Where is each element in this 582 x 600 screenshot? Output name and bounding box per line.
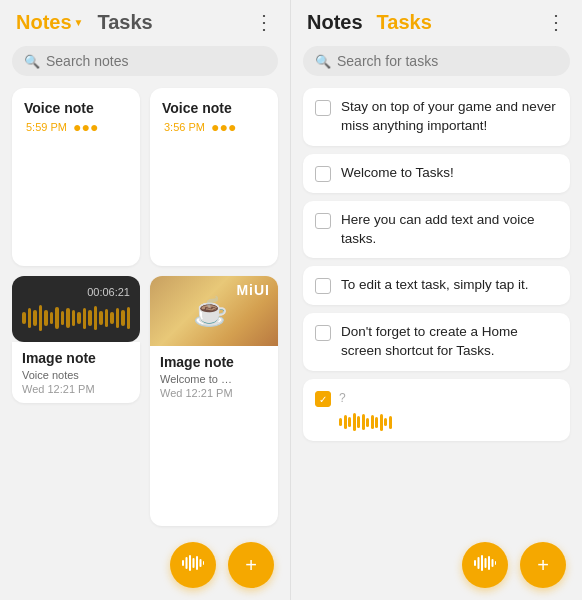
voice-note-1[interactable]: Voice note 5:59 PM ●●● xyxy=(12,88,140,266)
notes-voice-fab[interactable] xyxy=(170,542,216,588)
image-note-1-title: Image note xyxy=(22,350,130,366)
tasks-voice-fab-icon xyxy=(474,554,496,577)
image-note-thumbnail: ☕ MiUI xyxy=(150,276,278,346)
notes-title[interactable]: Notes xyxy=(16,11,72,34)
voice-note-2-time: 3:56 PM xyxy=(164,121,205,133)
audio-timer: 00:06:21 xyxy=(22,286,130,298)
image-note-2-body: Image note Welcome to … Wed 12:21 PM xyxy=(150,346,278,407)
search-icon: 🔍 xyxy=(24,54,40,69)
voice-note-1-title: Voice note xyxy=(24,100,128,116)
svg-rect-11 xyxy=(488,556,490,570)
svg-rect-0 xyxy=(182,560,184,566)
tasks-list: Stay on top of your game and never miss … xyxy=(291,84,582,530)
svg-rect-8 xyxy=(478,557,480,569)
tasks-fab-area: + xyxy=(291,530,582,600)
miui-label: MiUI xyxy=(236,282,270,298)
notes-panel: Notes ▼ Tasks ⋮ 🔍 Voice note 5:59 PM ●●●… xyxy=(0,0,291,600)
image-note-1-time: Wed 12:21 PM xyxy=(22,383,130,395)
task-item-1[interactable]: Stay on top of your game and never miss … xyxy=(303,88,570,146)
tasks-panel: Notes Tasks ⋮ 🔍 Stay on top of your game… xyxy=(291,0,582,600)
task-5-text: Don't forget to create a Home screen sho… xyxy=(341,323,558,361)
image-note-card[interactable]: ☕ MiUI Image note Welcome to … Wed 12:21… xyxy=(150,276,278,526)
svg-rect-6 xyxy=(203,561,204,565)
tasks-notes-title[interactable]: Notes xyxy=(307,11,363,34)
tasks-header: Notes Tasks ⋮ xyxy=(291,0,582,42)
image-note-2-subtitle: Welcome to … xyxy=(160,373,268,385)
svg-rect-4 xyxy=(196,556,198,570)
voice-note-1-dot: ●●● xyxy=(73,119,98,135)
tasks-search-bar: 🔍 xyxy=(303,46,570,76)
voice-note-1-time-row: 5:59 PM ●●● xyxy=(24,119,128,135)
svg-rect-2 xyxy=(189,555,191,571)
notes-search-input[interactable] xyxy=(46,53,266,69)
notes-header: Notes ▼ Tasks ⋮ xyxy=(0,0,290,42)
image-note-2-title: Image note xyxy=(160,354,268,370)
notes-fab-area: + xyxy=(0,530,290,600)
svg-rect-13 xyxy=(495,561,496,565)
voice-note-2-time-row: 3:56 PM ●●● xyxy=(162,119,266,135)
tasks-tab[interactable]: Tasks xyxy=(377,11,432,34)
voice-note-2-dot: ●●● xyxy=(211,119,236,135)
task-item-4[interactable]: To edit a text task, simply tap it. xyxy=(303,266,570,305)
image-note-1-subtitle: Voice notes xyxy=(22,369,130,381)
svg-rect-3 xyxy=(193,558,195,568)
voice-note-2-title: Voice note xyxy=(162,100,266,116)
notes-tasks-tab[interactable]: Tasks xyxy=(97,11,152,34)
notes-menu-icon[interactable]: ⋮ xyxy=(254,10,274,34)
svg-rect-5 xyxy=(200,559,202,567)
svg-rect-10 xyxy=(485,558,487,568)
image-note-2-time: Wed 12:21 PM xyxy=(160,387,268,399)
task-item-3[interactable]: Here you can add text and voice tasks. xyxy=(303,201,570,259)
tasks-search-input[interactable] xyxy=(337,53,558,69)
task-1-checkbox[interactable] xyxy=(315,100,331,116)
tasks-add-fab[interactable]: + xyxy=(520,542,566,588)
coffee-icon: ☕ xyxy=(193,295,228,328)
task-3-checkbox[interactable] xyxy=(315,213,331,229)
svg-rect-7 xyxy=(474,560,476,566)
notes-voice-fab-icon xyxy=(182,554,204,577)
task-item-completed[interactable]: ✓ ? xyxy=(303,379,570,441)
voice-note-2[interactable]: Voice note 3:56 PM ●●● xyxy=(150,88,278,266)
svg-rect-9 xyxy=(481,555,483,571)
notes-search-bar: 🔍 xyxy=(12,46,278,76)
voice-note-1-time: 5:59 PM xyxy=(26,121,67,133)
tasks-search-icon: 🔍 xyxy=(315,54,331,69)
task-1-text: Stay on top of your game and never miss … xyxy=(341,98,558,136)
task-completed-checkbox[interactable]: ✓ xyxy=(315,391,331,407)
notes-add-fab[interactable]: + xyxy=(228,542,274,588)
task-2-text: Welcome to Tasks! xyxy=(341,164,454,183)
notes-dropdown-icon[interactable]: ▼ xyxy=(74,17,84,28)
tasks-voice-fab[interactable] xyxy=(462,542,508,588)
task-item-2[interactable]: Welcome to Tasks! xyxy=(303,154,570,193)
svg-rect-1 xyxy=(186,557,188,569)
task-item-5[interactable]: Don't forget to create a Home screen sho… xyxy=(303,313,570,371)
task-4-checkbox[interactable] xyxy=(315,278,331,294)
tasks-menu-icon[interactable]: ⋮ xyxy=(546,10,566,34)
waveform xyxy=(22,304,130,332)
svg-rect-12 xyxy=(492,559,494,567)
task-completed-waveform xyxy=(315,413,558,431)
notes-grid: Voice note 5:59 PM ●●● Voice note 3:56 P… xyxy=(0,84,290,530)
task-4-text: To edit a text task, simply tap it. xyxy=(341,276,529,295)
task-completed-text: ? xyxy=(339,390,346,407)
audio-note-card[interactable]: 00:06:21 xyxy=(12,276,140,526)
task-3-text: Here you can add text and voice tasks. xyxy=(341,211,558,249)
task-completed-top: ✓ ? xyxy=(315,389,558,407)
task-2-checkbox[interactable] xyxy=(315,166,331,182)
task-5-checkbox[interactable] xyxy=(315,325,331,341)
